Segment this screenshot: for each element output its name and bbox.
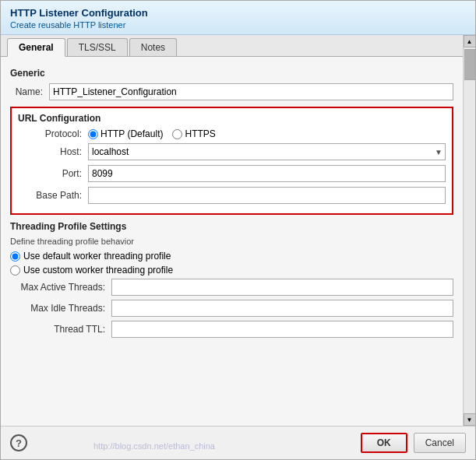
threading-custom-label: Use custom worker threading profile xyxy=(23,265,173,276)
dialog-body: General TLS/SSL Notes Generic Name: xyxy=(1,35,475,426)
threading-custom-row: Use custom worker threading profile xyxy=(10,265,453,276)
threading-custom-radio[interactable] xyxy=(10,265,20,276)
max-idle-input[interactable] xyxy=(111,300,453,317)
url-config-section: URL Configuration Protocol: HTTP (Defaul… xyxy=(10,107,453,215)
watermark: http://blog.csdn.net/ethan_china xyxy=(93,441,215,451)
dialog-footer: ? http://blog.csdn.net/ethan_china OK Ca… xyxy=(1,426,475,459)
port-input[interactable] xyxy=(88,165,446,182)
host-select[interactable]: localhost xyxy=(88,143,446,160)
protocol-radio-group: HTTP (Default) HTTPS xyxy=(88,128,216,139)
footer-buttons: OK Cancel xyxy=(361,433,466,453)
base-path-row: Base Path: xyxy=(18,187,446,204)
scrollbar[interactable]: ▲ ▼ xyxy=(463,35,475,426)
dialog-subtitle: Create reusable HTTP listener xyxy=(10,20,466,30)
scroll-thumb[interactable] xyxy=(464,49,475,80)
tabs-bar: General TLS/SSL Notes xyxy=(1,35,463,57)
cancel-button[interactable]: Cancel xyxy=(414,433,466,453)
base-path-input[interactable] xyxy=(88,187,446,204)
tab-notes[interactable]: Notes xyxy=(129,38,177,56)
threading-default-label: Use default worker threading profile xyxy=(23,251,171,262)
max-idle-label: Max Idle Threads: xyxy=(10,303,111,314)
content-area: Generic Name: URL Configuration Protocol… xyxy=(1,57,463,426)
thread-ttl-label: Thread TTL: xyxy=(10,324,111,335)
threading-section: Threading Profile Settings Define thread… xyxy=(10,221,453,338)
protocol-https-label: HTTPS xyxy=(185,128,215,139)
threading-default-radio[interactable] xyxy=(10,251,20,262)
thread-ttl-input[interactable] xyxy=(111,321,453,338)
url-config-title: URL Configuration xyxy=(18,113,446,124)
name-input[interactable] xyxy=(49,83,453,100)
protocol-row: Protocol: HTTP (Default) HTTPS xyxy=(18,128,446,139)
host-label: Host: xyxy=(18,146,88,157)
scroll-up-button[interactable]: ▲ xyxy=(464,35,476,47)
thread-ttl-row: Thread TTL: xyxy=(10,321,453,338)
threading-default-row: Use default worker threading profile xyxy=(10,251,453,262)
base-path-label: Base Path: xyxy=(18,190,88,201)
port-row: Port: xyxy=(18,165,446,182)
scroll-down-button[interactable]: ▼ xyxy=(464,413,476,426)
dialog: HTTP Listener Configuration Create reusa… xyxy=(0,0,476,460)
host-select-wrapper: localhost ▼ xyxy=(88,143,446,160)
generic-section-title: Generic xyxy=(10,68,453,79)
protocol-http-label: HTTP (Default) xyxy=(100,128,163,139)
protocol-https-radio[interactable] xyxy=(172,129,182,139)
main-content: General TLS/SSL Notes Generic Name: xyxy=(1,35,463,426)
ok-button[interactable]: OK xyxy=(361,433,407,453)
dialog-header: HTTP Listener Configuration Create reusa… xyxy=(1,1,475,35)
max-active-row: Max Active Threads: xyxy=(10,279,453,296)
threading-section-title: Threading Profile Settings xyxy=(10,221,453,232)
name-label: Name: xyxy=(10,86,49,97)
protocol-http-option[interactable]: HTTP (Default) xyxy=(88,128,163,139)
threading-desc: Define threading profile behavior xyxy=(10,237,453,246)
protocol-label: Protocol: xyxy=(18,128,88,139)
tab-general[interactable]: General xyxy=(7,38,65,57)
protocol-https-option[interactable]: HTTPS xyxy=(172,128,215,139)
max-idle-row: Max Idle Threads: xyxy=(10,300,453,317)
footer-left: ? xyxy=(10,434,27,451)
protocol-http-radio[interactable] xyxy=(88,129,98,139)
dialog-title: HTTP Listener Configuration xyxy=(10,7,466,19)
name-row: Name: xyxy=(10,83,453,100)
max-active-label: Max Active Threads: xyxy=(10,282,111,293)
host-row: Host: localhost ▼ xyxy=(18,143,446,160)
port-label: Port: xyxy=(18,168,88,179)
max-active-input[interactable] xyxy=(111,279,453,296)
help-icon[interactable]: ? xyxy=(10,434,27,451)
scroll-track[interactable] xyxy=(464,47,475,413)
tab-tlsssl[interactable]: TLS/SSL xyxy=(67,38,128,56)
